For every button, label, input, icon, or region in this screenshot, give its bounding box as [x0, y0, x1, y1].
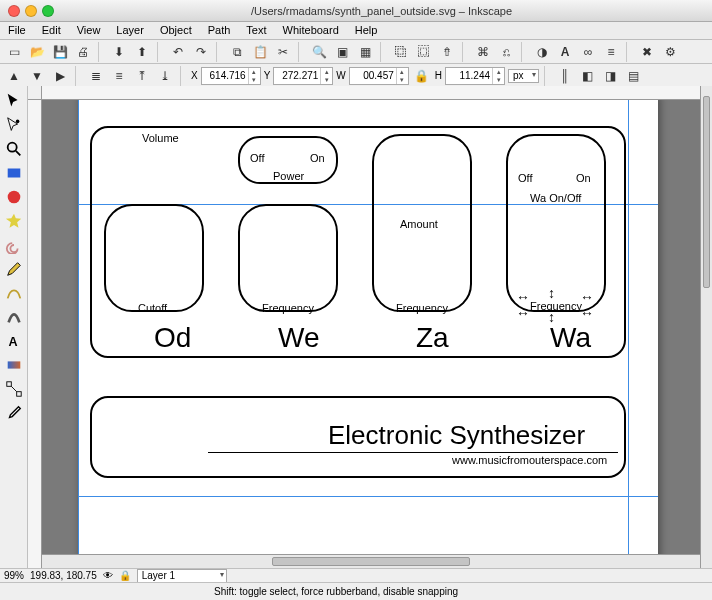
clone-icon[interactable]: ⿴ [414, 42, 434, 62]
scrollbar-horizontal[interactable] [42, 554, 700, 568]
affect-corner-icon[interactable]: ◧ [578, 66, 598, 86]
module-od[interactable] [104, 204, 204, 312]
raise-top-icon[interactable]: ⤒ [132, 66, 152, 86]
redo-icon[interactable]: ↷ [191, 42, 211, 62]
ruler-horizontal[interactable] [42, 86, 700, 100]
new-icon[interactable]: ▭ [4, 42, 24, 62]
lower-bottom-icon[interactable]: ⤓ [155, 66, 175, 86]
menu-layer[interactable]: Layer [108, 22, 152, 39]
calligraphy-tool-icon[interactable] [3, 306, 25, 328]
zoom-level[interactable]: 99% [4, 570, 24, 581]
zoom-icon[interactable] [42, 5, 54, 17]
gradient-tool-icon[interactable] [3, 354, 25, 376]
zoom-drawing-icon[interactable]: ▦ [355, 42, 375, 62]
raise-icon[interactable]: ≣ [86, 66, 106, 86]
visibility-icon[interactable]: 👁 [103, 570, 113, 581]
select-all-icon[interactable]: ▲ [4, 66, 24, 86]
minimize-icon[interactable] [25, 5, 37, 17]
align-icon[interactable]: ≡ [601, 42, 621, 62]
ellipse-tool-icon[interactable] [3, 186, 25, 208]
module-we[interactable] [238, 204, 338, 312]
h-label: H [435, 70, 442, 81]
rect-tool-icon[interactable] [3, 162, 25, 184]
text-props-icon[interactable]: A [555, 42, 575, 62]
selector-tool-icon[interactable] [3, 90, 25, 112]
selection-handle-icon[interactable]: ↔ [516, 306, 530, 320]
text-tool-icon[interactable]: A [3, 330, 25, 352]
selection-handle-icon[interactable]: ↔ [516, 290, 530, 304]
selection-handle-icon[interactable]: ↔ [580, 306, 594, 320]
unit-select[interactable]: px [508, 69, 539, 83]
pencil-tool-icon[interactable] [3, 258, 25, 280]
guide-v[interactable] [78, 100, 79, 554]
selection-handle-icon[interactable]: ↕ [548, 286, 555, 300]
rotate-ccw-icon[interactable]: ▶ [50, 66, 70, 86]
star-tool-icon[interactable] [3, 210, 25, 232]
print-icon[interactable]: 🖨 [73, 42, 93, 62]
lock-layer-icon[interactable]: 🔒 [119, 570, 131, 581]
deselect-icon[interactable]: ▼ [27, 66, 47, 86]
zoom-tool-icon[interactable] [3, 138, 25, 160]
name-wa: Wa [550, 322, 591, 354]
zoom-fit-icon[interactable]: 🔍 [309, 42, 329, 62]
affect-pattern-icon[interactable]: ▤ [624, 66, 644, 86]
duplicate-icon[interactable]: ⿻ [391, 42, 411, 62]
x-label: X [191, 70, 198, 81]
docprops-icon[interactable]: ⚙ [660, 42, 680, 62]
open-icon[interactable]: 📂 [27, 42, 47, 62]
cut-icon[interactable]: ✂ [273, 42, 293, 62]
unlink-icon[interactable]: ⇮ [437, 42, 457, 62]
menubar: File Edit View Layer Object Path Text Wh… [0, 22, 712, 40]
menu-whiteboard[interactable]: Whiteboard [275, 22, 347, 39]
layer-select[interactable]: Layer 1 [137, 569, 227, 583]
save-icon[interactable]: 💾 [50, 42, 70, 62]
svg-line-9 [11, 386, 16, 391]
menu-view[interactable]: View [69, 22, 109, 39]
paste-icon[interactable]: 📋 [250, 42, 270, 62]
export-icon[interactable]: ⬆ [132, 42, 152, 62]
connector-tool-icon[interactable] [3, 378, 25, 400]
pointer-coords: 199.83, 180.75 [30, 570, 97, 581]
ungroup-icon[interactable]: ⎌ [496, 42, 516, 62]
module-wa[interactable] [506, 134, 606, 312]
xml-icon[interactable]: ∞ [578, 42, 598, 62]
import-icon[interactable]: ⬇ [109, 42, 129, 62]
close-icon[interactable] [8, 5, 20, 17]
bezier-tool-icon[interactable] [3, 282, 25, 304]
guide-v[interactable] [628, 100, 629, 554]
copy-icon[interactable]: ⧉ [227, 42, 247, 62]
w-input[interactable]: ▴▾ [349, 67, 409, 85]
dropper-tool-icon[interactable] [3, 402, 25, 424]
menu-help[interactable]: Help [347, 22, 386, 39]
menu-object[interactable]: Object [152, 22, 200, 39]
x-input[interactable]: ▴▾ [201, 67, 261, 85]
node-tool-icon[interactable] [3, 114, 25, 136]
label-amount: Amount [400, 218, 438, 230]
group-icon[interactable]: ⌘ [473, 42, 493, 62]
y-input[interactable]: ▴▾ [273, 67, 333, 85]
status-hint: Shift: toggle select, force rubberband, … [214, 586, 458, 597]
scrollbar-vertical[interactable] [700, 86, 712, 568]
svg-line-2 [15, 151, 19, 156]
affect-gradient-icon[interactable]: ◨ [601, 66, 621, 86]
h-input[interactable]: ▴▾ [445, 67, 505, 85]
ruler-vertical[interactable] [28, 100, 42, 568]
lower-icon[interactable]: ≡ [109, 66, 129, 86]
menu-text[interactable]: Text [238, 22, 274, 39]
undo-icon[interactable]: ↶ [168, 42, 188, 62]
menu-path[interactable]: Path [200, 22, 239, 39]
guide-h[interactable] [78, 496, 658, 497]
fill-stroke-icon[interactable]: ◑ [532, 42, 552, 62]
selection-handle-icon[interactable]: ↔ [580, 290, 594, 304]
selected-text-frequency[interactable]: Frequency [530, 300, 582, 312]
prefs-icon[interactable]: ✖ [637, 42, 657, 62]
lock-icon[interactable]: 🔒 [412, 66, 432, 86]
spiral-tool-icon[interactable] [3, 234, 25, 256]
canvas[interactable]: Volume Off On Power Cutoff Od Frequency … [42, 100, 700, 554]
affect-stroke-icon[interactable]: ║ [555, 66, 575, 86]
page: Volume Off On Power Cutoff Od Frequency … [78, 100, 658, 554]
ruler-corner [28, 86, 42, 100]
menu-file[interactable]: File [0, 22, 34, 39]
menu-edit[interactable]: Edit [34, 22, 69, 39]
zoom-page-icon[interactable]: ▣ [332, 42, 352, 62]
